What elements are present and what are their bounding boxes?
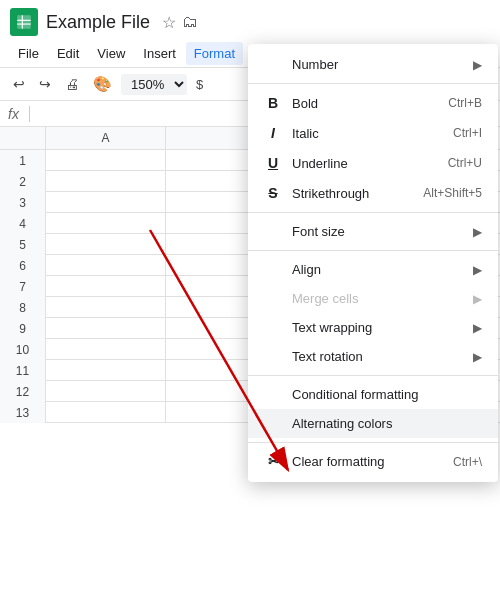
row-num-6: 6	[0, 255, 46, 276]
title-icons: ☆ 🗂	[162, 13, 198, 32]
svg-rect-0	[17, 15, 31, 29]
clear-formatting-shortcut: Ctrl+\	[453, 455, 482, 469]
number-label: Number	[292, 57, 338, 72]
row-num-10: 10	[0, 339, 46, 360]
cell-a1[interactable]	[46, 150, 166, 171]
menu-item-font-size[interactable]: Font size ▶	[248, 217, 498, 246]
menu-item-text-rotation[interactable]: Text rotation ▶	[248, 342, 498, 371]
font-size-arrow: ▶	[473, 225, 482, 239]
fx-label: fx	[8, 106, 19, 122]
menu-item-strikethrough[interactable]: S Strikethrough Alt+Shift+5	[248, 178, 498, 208]
undo-button[interactable]: ↩	[8, 73, 30, 95]
separator-2	[248, 212, 498, 213]
row-num-13: 13	[0, 402, 46, 423]
cell-a11[interactable]	[46, 360, 166, 381]
text-rotation-arrow: ▶	[473, 350, 482, 364]
cell-a2[interactable]	[46, 171, 166, 192]
menu-item-bold[interactable]: B Bold Ctrl+B	[248, 88, 498, 118]
italic-icon: I	[264, 125, 282, 141]
app-icon	[10, 8, 38, 36]
row-num-2: 2	[0, 171, 46, 192]
underline-icon: U	[264, 155, 282, 171]
conditional-formatting-label: Conditional formatting	[292, 387, 418, 402]
menu-format[interactable]: Format	[186, 42, 243, 65]
svg-rect-1	[17, 20, 31, 21]
row-num-11: 11	[0, 360, 46, 381]
item-left-conditional-formatting: Conditional formatting	[264, 387, 418, 402]
cell-a7[interactable]	[46, 276, 166, 297]
item-left-bold: B Bold	[264, 95, 318, 111]
row-num-8: 8	[0, 297, 46, 318]
cell-a6[interactable]	[46, 255, 166, 276]
align-label: Align	[292, 262, 321, 277]
menu-item-merge-cells: Merge cells ▶	[248, 284, 498, 313]
cell-a3[interactable]	[46, 192, 166, 213]
menu-insert[interactable]: Insert	[135, 42, 184, 65]
format-dropdown: Number ▶ B Bold Ctrl+B I Italic Ctrl+I U…	[248, 44, 498, 482]
menu-item-alternating-colors[interactable]: Alternating colors	[248, 409, 498, 438]
row-num-9: 9	[0, 318, 46, 339]
svg-rect-2	[17, 24, 31, 25]
menu-item-underline[interactable]: U Underline Ctrl+U	[248, 148, 498, 178]
file-title: Example File	[46, 12, 150, 33]
menu-item-number[interactable]: Number ▶	[248, 50, 498, 79]
item-left-merge-cells: Merge cells	[264, 291, 358, 306]
col-header-a: A	[46, 127, 166, 149]
strikethrough-icon: S	[264, 185, 282, 201]
menu-item-italic[interactable]: I Italic Ctrl+I	[248, 118, 498, 148]
text-wrapping-arrow: ▶	[473, 321, 482, 335]
row-num-5: 5	[0, 234, 46, 255]
separator-3	[248, 250, 498, 251]
align-arrow: ▶	[473, 263, 482, 277]
item-left-clear-formatting: ✂ Clear formatting	[264, 454, 384, 469]
menu-item-conditional-formatting[interactable]: Conditional formatting	[248, 380, 498, 409]
cell-a12[interactable]	[46, 381, 166, 402]
zoom-select[interactable]: 150% 100% 75%	[121, 74, 187, 95]
menu-view[interactable]: View	[89, 42, 133, 65]
svg-rect-3	[22, 15, 23, 29]
cell-a10[interactable]	[46, 339, 166, 360]
underline-shortcut: Ctrl+U	[448, 156, 482, 170]
text-wrapping-label: Text wrapping	[292, 320, 372, 335]
folder-icon[interactable]: 🗂	[182, 13, 198, 31]
separator-1	[248, 83, 498, 84]
item-left-text-wrapping: Text wrapping	[264, 320, 372, 335]
number-arrow: ▶	[473, 58, 482, 72]
clear-formatting-label: Clear formatting	[292, 454, 384, 469]
formula-divider	[29, 106, 30, 122]
bold-shortcut: Ctrl+B	[448, 96, 482, 110]
separator-4	[248, 375, 498, 376]
star-icon[interactable]: ☆	[162, 13, 176, 32]
row-num-1: 1	[0, 150, 46, 171]
italic-label: Italic	[292, 126, 319, 141]
menu-item-align[interactable]: Align ▶	[248, 255, 498, 284]
separator-5	[248, 442, 498, 443]
strikethrough-shortcut: Alt+Shift+5	[423, 186, 482, 200]
title-bar: Example File ☆ 🗂	[0, 0, 500, 40]
cell-a8[interactable]	[46, 297, 166, 318]
cell-a13[interactable]	[46, 402, 166, 423]
merge-cells-label: Merge cells	[292, 291, 358, 306]
item-left-italic: I Italic	[264, 125, 319, 141]
item-left-text-rotation: Text rotation	[264, 349, 363, 364]
row-num-12: 12	[0, 381, 46, 402]
cell-a4[interactable]	[46, 213, 166, 234]
clear-formatting-icon: ✂	[264, 454, 282, 469]
menu-edit[interactable]: Edit	[49, 42, 87, 65]
redo-button[interactable]: ↪	[34, 73, 56, 95]
currency-button[interactable]: $	[191, 75, 208, 94]
menu-item-text-wrapping[interactable]: Text wrapping ▶	[248, 313, 498, 342]
text-rotation-label: Text rotation	[292, 349, 363, 364]
paint-format-button[interactable]: 🎨	[88, 72, 117, 96]
item-left-alternating-colors: Alternating colors	[264, 416, 392, 431]
item-left-font-size: Font size	[264, 224, 345, 239]
print-button[interactable]: 🖨	[60, 73, 84, 95]
item-left-underline: U Underline	[264, 155, 348, 171]
row-num-7: 7	[0, 276, 46, 297]
cell-a5[interactable]	[46, 234, 166, 255]
row-num-4: 4	[0, 213, 46, 234]
menu-file[interactable]: File	[10, 42, 47, 65]
cell-a9[interactable]	[46, 318, 166, 339]
menu-item-clear-formatting[interactable]: ✂ Clear formatting Ctrl+\	[248, 447, 498, 476]
item-left-strikethrough: S Strikethrough	[264, 185, 369, 201]
